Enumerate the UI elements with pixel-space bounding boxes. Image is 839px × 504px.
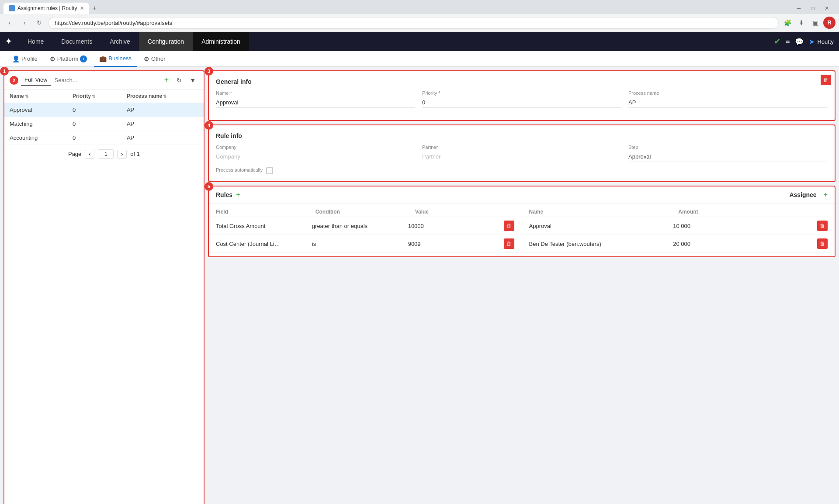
rule-delete-button[interactable]: 🗑 (504, 221, 514, 231)
process-auto-checkbox[interactable] (266, 167, 273, 174)
maximize-button[interactable]: □ (808, 3, 818, 14)
assignee-add-button[interactable]: + (824, 191, 828, 199)
name-sort-icon: ⇅ (25, 94, 28, 99)
assignee-name-col: Name (529, 209, 679, 215)
assignee-delete-button[interactable]: 🗑 (817, 238, 828, 249)
add-button[interactable]: + (162, 75, 172, 86)
sub-nav-business[interactable]: 💼 Business (94, 51, 137, 67)
total-pages: of 1 (130, 151, 140, 157)
url-input[interactable] (48, 17, 779, 29)
new-tab-button[interactable]: + (89, 3, 100, 14)
rule-field: Total Gross Amount (216, 223, 312, 229)
app-logo[interactable]: ✦ (5, 37, 12, 46)
table-row[interactable]: Matching 0 AP (4, 117, 204, 131)
row-priority: 0 (67, 117, 121, 131)
nav-home[interactable]: Home (19, 32, 52, 51)
close-button[interactable]: ✕ (822, 3, 832, 14)
rule-field: Cost Center (Journal Li… (216, 241, 312, 247)
main-content: 1 2 Full View + ↻ ▼ Name ⇅ (0, 67, 839, 504)
business-label: Business (108, 55, 132, 62)
rules-rows: Total Gross Amount greater than or equal… (209, 217, 522, 253)
table-row[interactable]: Approval 0 AP (4, 103, 204, 117)
filter-button[interactable]: ▼ (187, 75, 198, 86)
priority-value[interactable]: 0 (422, 97, 621, 108)
row-name: Accounting (4, 131, 67, 145)
sidebar-button[interactable]: ▣ (809, 17, 822, 29)
sub-navbar: 👤 Profile ⚙ Platform i 💼 Business ⚙ Othe… (0, 51, 839, 67)
other-label: Other (151, 55, 166, 62)
col-name[interactable]: Name ⇅ (4, 90, 67, 103)
tab-title: Assignment rules | Routty (17, 5, 77, 11)
page-label: Page (68, 151, 81, 157)
assignee-title: Assignee (789, 191, 816, 198)
nav-administration[interactable]: Administration (193, 32, 249, 51)
rule-value: 10000 (408, 223, 504, 229)
step-value[interactable]: Approval (628, 152, 828, 162)
navbar-right: ✔ ≡ 💬 ➤ Routty (774, 37, 834, 46)
search-input[interactable] (51, 77, 162, 83)
list-icon[interactable]: ≡ (786, 38, 790, 45)
nav-documents[interactable]: Documents (52, 32, 101, 51)
row-name: Approval (4, 103, 67, 117)
next-page-button[interactable]: › (117, 150, 127, 159)
platform-icon: ⚙ (50, 55, 55, 62)
col-process-name[interactable]: Process name ⇅ (121, 90, 204, 103)
tab-bar: Assignment rules | Routty ✕ + ─ □ ✕ (0, 0, 839, 14)
back-button[interactable]: ‹ (3, 17, 16, 29)
row-priority: 0 (67, 103, 121, 117)
extensions-button[interactable]: 🧩 (781, 17, 794, 29)
sub-nav-platform[interactable]: ⚙ Platform i (45, 51, 92, 67)
rule-condition: is (312, 241, 408, 247)
assignee-col-header: Name Amount (522, 207, 835, 217)
assignee-delete-button[interactable]: 🗑 (817, 221, 828, 231)
minimize-button[interactable]: ─ (794, 3, 804, 14)
assignee-rows: Approval 10 000 🗑 Ben De Tester (ben.wou… (522, 217, 835, 253)
partner-placeholder[interactable]: Partner (422, 152, 621, 162)
rule-row: Total Gross Amount greater than or equal… (209, 217, 522, 235)
active-tab[interactable]: Assignment rules | Routty ✕ (3, 3, 89, 14)
sub-nav-other[interactable]: ⚙ Other (139, 51, 171, 67)
full-view-tab[interactable]: Full View (21, 75, 51, 86)
rule-info-section: 4 Rule info Company Company Partner Part… (208, 124, 836, 182)
table-row[interactable]: Accounting 0 AP (4, 131, 204, 145)
general-info-row: Name Approval Priority 0 Process name AP (216, 90, 828, 108)
assignee-header: Assignee + (240, 191, 828, 199)
forward-button[interactable]: › (18, 17, 31, 29)
name-value[interactable]: Approval (216, 97, 415, 108)
general-info-delete-button[interactable]: 🗑 (821, 75, 831, 85)
sub-nav-profile[interactable]: 👤 Profile (7, 51, 43, 67)
rules-add-button[interactable]: + (236, 191, 240, 199)
platform-label: Platform (57, 55, 78, 62)
chat-icon[interactable]: 💬 (795, 38, 804, 46)
process-auto-label: Process automatically (216, 167, 263, 173)
assignee-amount: 10 000 (673, 223, 817, 229)
name-field: Name Approval (216, 90, 415, 108)
browser-profile-button[interactable]: R (823, 17, 836, 29)
user-menu[interactable]: ➤ Routty (809, 38, 834, 46)
rules-body: Field Condition Value Total Gross Amount… (209, 204, 835, 256)
company-label: Company (216, 145, 415, 150)
tab-close-button[interactable]: ✕ (80, 6, 84, 11)
company-field: Company Company (216, 145, 415, 162)
company-placeholder[interactable]: Company (216, 152, 415, 162)
nav-configuration[interactable]: Configuration (139, 32, 193, 51)
process-name-value[interactable]: AP (628, 97, 828, 108)
page-input[interactable] (98, 149, 114, 159)
condition-col-header: Condition (315, 209, 415, 215)
profile-label: Profile (21, 55, 38, 62)
value-col-header: Value (415, 209, 515, 215)
rule-info-title: Rule info (216, 132, 828, 139)
download-button[interactable]: ⬇ (795, 17, 808, 29)
prev-page-button[interactable]: ‹ (85, 150, 94, 159)
col-priority[interactable]: Priority ⇅ (67, 90, 121, 103)
username-label: Routty (817, 38, 834, 45)
rule-delete-button[interactable]: 🗑 (504, 238, 514, 249)
rules-left: Field Condition Value Total Gross Amount… (209, 204, 522, 256)
panel-header: 2 Full View + ↻ ▼ (4, 71, 204, 90)
refresh-button[interactable]: ↻ (174, 75, 184, 86)
reload-button[interactable]: ↻ (33, 17, 45, 29)
nav-archive[interactable]: Archive (101, 32, 139, 51)
process-name-field: Process name AP (628, 90, 828, 108)
rules-header: Rules + Assignee + (209, 186, 835, 204)
process-sort-icon: ⇅ (163, 94, 166, 99)
